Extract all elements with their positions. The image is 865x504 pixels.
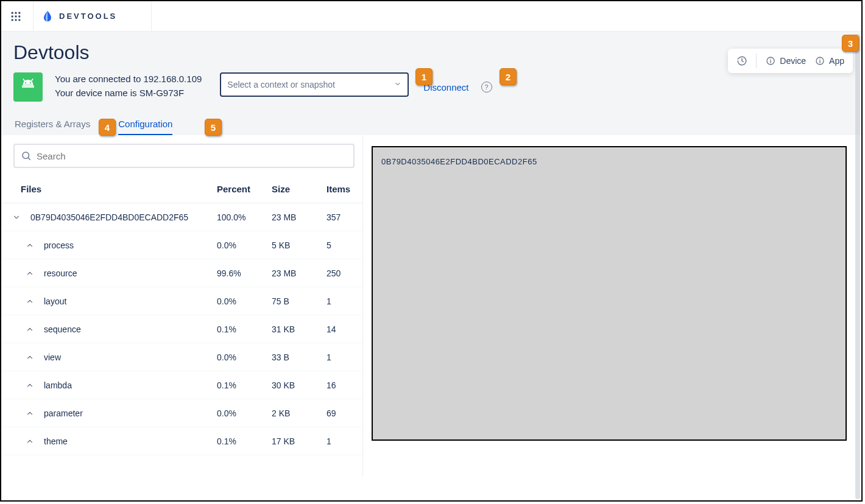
connection-line-2: Your device name is SM-G973F <box>55 86 202 100</box>
table-row[interactable]: lambda 0.1% 30 KB 16 <box>1 371 362 399</box>
svg-point-5 <box>18 15 20 17</box>
chevron-up-icon[interactable] <box>23 267 37 280</box>
row-name: theme <box>44 436 68 446</box>
row-size: 30 KB <box>272 380 327 390</box>
brand[interactable]: DEVTOOLS <box>41 10 117 23</box>
info-icon <box>765 55 776 66</box>
divider <box>756 54 757 68</box>
brand-logo-icon <box>41 10 54 23</box>
svg-point-2 <box>18 12 20 13</box>
row-size: 31 KB <box>272 324 327 334</box>
tabs: Registers & Arrays Configuration <box>15 119 849 135</box>
row-percent: 0.0% <box>217 296 272 306</box>
row-items: 357 <box>327 212 363 222</box>
row-name: resource <box>44 268 77 278</box>
table-row[interactable]: view 0.0% 33 B 1 <box>1 343 362 371</box>
table-row[interactable]: sequence 0.1% 31 KB 14 <box>1 315 362 343</box>
app-info-button[interactable]: App <box>814 55 844 66</box>
row-size: 23 MB <box>272 212 327 222</box>
row-name: layout <box>44 296 66 306</box>
row-percent: 0.1% <box>217 324 272 334</box>
col-size: Size <box>272 184 327 194</box>
disconnect-link[interactable]: Disconnect <box>423 82 468 93</box>
app-launcher-icon[interactable] <box>6 7 26 26</box>
chevron-up-icon[interactable] <box>23 239 37 252</box>
search-input-wrap[interactable] <box>13 144 355 168</box>
chevron-down-icon[interactable] <box>10 211 23 224</box>
page-title: Devtools <box>13 41 849 64</box>
table-row-root[interactable]: 0B79D4035046E2FDD4BD0ECADD2F65 100.0% 23… <box>1 203 362 231</box>
connection-line-1: You are connected to 192.168.0.109 <box>55 72 202 86</box>
table-row[interactable]: theme 0.1% 17 KB 1 <box>1 427 362 455</box>
table-row[interactable]: resource 99.6% 23 MB 250 <box>1 259 362 287</box>
row-name: view <box>44 352 61 362</box>
tab-registers[interactable]: Registers & Arrays <box>15 119 90 135</box>
preview-title: 0B79D4035046E2FDD4BD0ECADD2F65 <box>381 157 837 166</box>
help-icon[interactable]: ? <box>481 82 492 93</box>
info-icon <box>814 55 825 66</box>
row-percent: 0.0% <box>217 408 272 418</box>
svg-point-11 <box>25 82 26 83</box>
row-name: process <box>44 240 74 250</box>
device-info-button[interactable]: Device <box>765 55 806 66</box>
svg-point-12 <box>30 82 31 83</box>
col-files: Files <box>10 184 217 194</box>
header-area: Devtools You are connected to 192.168.0.… <box>1 32 861 135</box>
chevron-up-icon[interactable] <box>23 379 37 392</box>
table-row[interactable]: parameter 0.0% 2 KB 69 <box>1 399 362 427</box>
row-items: 16 <box>327 380 363 390</box>
divider <box>33 1 34 32</box>
row-items: 250 <box>327 268 363 278</box>
android-icon <box>13 72 43 102</box>
row-items: 69 <box>327 408 363 418</box>
brand-name: DEVTOOLS <box>59 12 117 21</box>
app-label: App <box>829 56 844 66</box>
topbar: DEVTOOLS <box>1 1 861 32</box>
connection-row: You are connected to 192.168.0.109 Your … <box>13 72 849 102</box>
svg-point-18 <box>819 58 821 60</box>
table-row[interactable]: layout 0.0% 75 B 1 <box>1 287 362 315</box>
col-items: Items <box>327 184 363 194</box>
row-percent: 0.1% <box>217 380 272 390</box>
table-header: Files Percent Size Items <box>1 175 362 203</box>
row-size: 75 B <box>272 296 327 306</box>
history-button[interactable] <box>736 55 747 66</box>
scrollbar[interactable] <box>855 34 860 499</box>
connection-text: You are connected to 192.168.0.109 Your … <box>55 72 202 100</box>
row-percent: 0.1% <box>217 436 272 446</box>
chevron-up-icon[interactable] <box>23 323 37 336</box>
row-name: parameter <box>44 408 83 418</box>
right-pane: 0B79D4035046E2FDD4BD0ECADD2F65 <box>363 135 861 476</box>
context-select[interactable]: Select a context or snapshot <box>220 72 409 97</box>
left-pane: Files Percent Size Items 0B79D4035046E2F… <box>1 135 363 476</box>
chevron-up-icon[interactable] <box>23 295 37 308</box>
chevron-up-icon[interactable] <box>23 351 37 364</box>
chevron-up-icon[interactable] <box>23 435 37 448</box>
row-name: lambda <box>44 380 72 390</box>
body: Files Percent Size Items 0B79D4035046E2F… <box>1 135 861 476</box>
chevron-up-icon[interactable] <box>23 407 37 420</box>
row-items: 1 <box>327 296 363 306</box>
action-card: Device App <box>728 49 853 73</box>
tab-configuration[interactable]: Configuration <box>118 119 172 135</box>
row-percent: 99.6% <box>217 268 272 278</box>
table-row[interactable]: process 0.0% 5 KB 5 <box>1 231 362 259</box>
svg-point-0 <box>12 12 13 13</box>
divider <box>151 1 152 32</box>
svg-point-15 <box>770 58 771 60</box>
chevron-down-icon <box>394 80 401 89</box>
svg-point-19 <box>23 152 29 159</box>
row-size: 5 KB <box>272 240 327 250</box>
row-size: 23 MB <box>272 268 327 278</box>
row-items: 5 <box>327 240 363 250</box>
row-percent: 0.0% <box>217 240 272 250</box>
search-input[interactable] <box>37 151 347 161</box>
row-name: 0B79D4035046E2FDD4BD0ECADD2F65 <box>30 212 188 222</box>
col-percent: Percent <box>217 184 272 194</box>
svg-point-4 <box>15 15 16 17</box>
row-items: 14 <box>327 324 363 334</box>
svg-point-3 <box>12 15 13 17</box>
row-size: 2 KB <box>272 408 327 418</box>
row-size: 33 B <box>272 352 327 362</box>
context-select-placeholder: Select a context or snapshot <box>227 80 335 89</box>
